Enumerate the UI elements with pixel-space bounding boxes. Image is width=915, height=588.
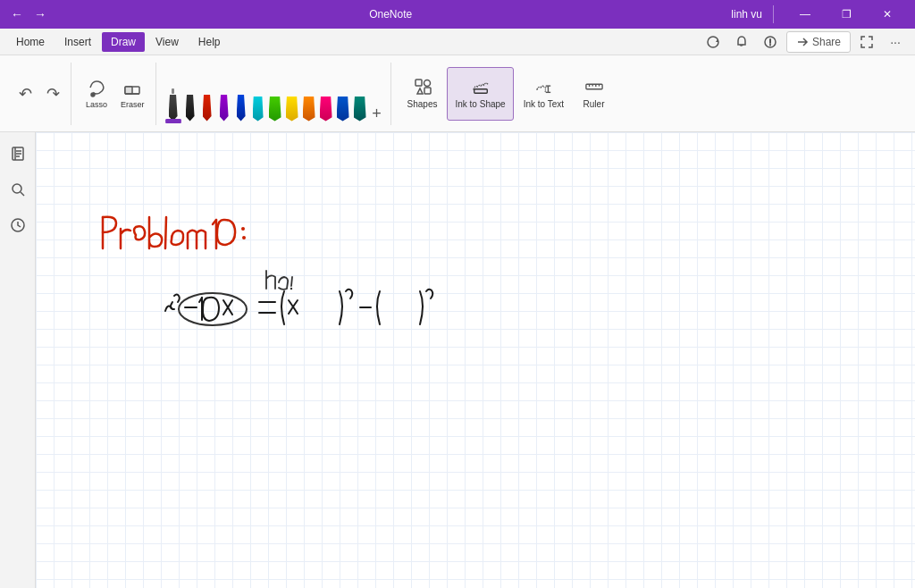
pen-purple[interactable] <box>216 95 232 122</box>
pen-orange[interactable] <box>301 97 317 122</box>
notify-button[interactable] <box>758 29 783 55</box>
search-button[interactable] <box>4 175 32 204</box>
menu-insert[interactable]: Insert <box>55 32 100 52</box>
eraser-label: Eraser <box>121 100 145 109</box>
grid-background <box>36 132 915 588</box>
divider <box>773 5 774 23</box>
app-title: OneNote <box>369 8 412 21</box>
share-button[interactable]: Share <box>786 31 851 53</box>
svg-point-1 <box>91 93 95 97</box>
svg-rect-14 <box>585 84 601 88</box>
ink-to-text-label: Ink to Text <box>524 99 564 109</box>
shapes-label: Shapes <box>407 99 438 109</box>
ink-to-text-button[interactable]: T Ink to Text <box>516 67 571 121</box>
menu-help[interactable]: Help <box>189 32 230 52</box>
share-label: Share <box>812 36 841 48</box>
undo-button[interactable]: ↶ <box>13 81 38 106</box>
minimize-button[interactable]: — <box>785 0 826 29</box>
ribbon: ↶ ↷ Lasso Eraser <box>0 55 915 132</box>
bell-button[interactable] <box>729 29 754 55</box>
maximize-button[interactable]: ❐ <box>826 0 867 29</box>
svg-point-6 <box>424 80 430 87</box>
redo-button[interactable]: ↷ <box>40 81 65 106</box>
right-ribbon-top: Share ··· <box>701 29 908 55</box>
expand-button[interactable] <box>854 29 879 55</box>
close-button[interactable]: ✕ <box>867 0 908 29</box>
pen-black[interactable] <box>165 88 181 122</box>
pen-cyan[interactable] <box>250 97 266 122</box>
pen-navy[interactable] <box>335 97 351 122</box>
pen-teal[interactable] <box>352 97 368 122</box>
pen-red[interactable] <box>199 95 215 122</box>
selection-tools-group: Lasso Eraser <box>75 63 156 125</box>
svg-marker-7 <box>417 88 423 94</box>
svg-point-24 <box>13 184 21 193</box>
menu-view[interactable]: View <box>147 32 188 52</box>
title-bar: ← → OneNote linh vu — ❐ ✕ <box>0 0 915 29</box>
nav-buttons[interactable]: ← → <box>7 4 50 25</box>
pen-yellow[interactable] <box>284 97 300 122</box>
ink-to-shape-label: Ink to Shape <box>455 99 505 109</box>
svg-text:T: T <box>543 87 548 94</box>
pen-green[interactable] <box>267 97 283 122</box>
pen-pink[interactable] <box>318 97 334 122</box>
menu-draw[interactable]: Draw <box>102 32 145 52</box>
svg-line-25 <box>21 192 24 196</box>
ruler-button[interactable]: Ruler <box>574 67 614 121</box>
svg-rect-3 <box>125 87 132 94</box>
pen-collection: + <box>165 63 385 125</box>
menu-bar: Home Insert Draw View Help <box>0 29 915 55</box>
eraser-button[interactable]: Eraser <box>115 67 150 121</box>
more-options-button[interactable]: ··· <box>883 29 908 55</box>
menu-home[interactable]: Home <box>7 32 54 52</box>
pen-blue[interactable] <box>233 95 249 122</box>
history-button[interactable] <box>4 211 32 239</box>
lasso-button[interactable]: Lasso <box>80 67 113 121</box>
pen-tools-group: + <box>160 63 391 125</box>
sync-button[interactable] <box>701 29 726 55</box>
notebooks-button[interactable] <box>4 139 32 168</box>
sidebar <box>0 132 36 588</box>
add-pen-button[interactable]: + <box>369 89 385 122</box>
undo-redo-group: ↶ ↷ <box>7 63 71 125</box>
user-section: linh vu — ❐ ✕ <box>731 0 908 29</box>
ruler-label: Ruler <box>583 99 605 109</box>
svg-rect-9 <box>474 89 487 94</box>
ink-to-shape-button[interactable]: Ink to Shape <box>447 67 513 121</box>
shapes-button[interactable]: Shapes <box>400 67 445 121</box>
svg-rect-5 <box>416 80 422 86</box>
canvas-area[interactable] <box>36 132 915 588</box>
username: linh vu <box>731 8 762 21</box>
forward-button[interactable]: → <box>30 4 50 25</box>
window-controls[interactable]: — ❐ ✕ <box>785 0 908 29</box>
lasso-label: Lasso <box>86 100 107 109</box>
svg-rect-8 <box>424 88 431 94</box>
shape-convert-group: Shapes Ink to Shape T Ink to Text <box>395 63 619 125</box>
back-button[interactable]: ← <box>7 4 27 25</box>
pen-black2[interactable] <box>182 95 198 122</box>
